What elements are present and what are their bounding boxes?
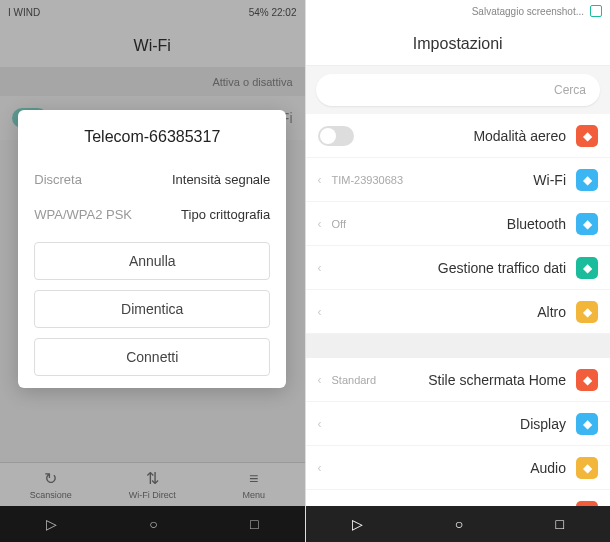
- navbar-right: ▷ ○ □: [306, 506, 611, 542]
- chevron-left-icon: ‹: [318, 261, 322, 275]
- screenshot-icon: [590, 5, 602, 17]
- connect-button[interactable]: Connetti: [34, 338, 270, 376]
- settings-list[interactable]: Modalità aereo◆‹TIM-23930683Wi-Fi◆‹OffBl…: [306, 114, 611, 542]
- item-value: Off: [332, 218, 346, 230]
- settings-item[interactable]: ‹OffBluetooth◆: [306, 202, 611, 246]
- dialog-overlay: Telecom-66385317 Discreta Intensità segn…: [0, 0, 305, 542]
- item-label: Modalità aereo: [354, 128, 567, 144]
- item-icon: ◆: [576, 413, 598, 435]
- nav-home[interactable]: ○: [455, 516, 463, 532]
- right-pane: Salvataggio screenshot... Impostazioni C…: [306, 0, 611, 542]
- dialog-row-encryption: WPA/WPA2 PSK Tipo crittografia: [34, 197, 270, 232]
- search-input[interactable]: Cerca: [316, 74, 601, 106]
- chevron-left-icon: ‹: [318, 373, 322, 387]
- item-icon: ◆: [576, 301, 598, 323]
- screenshot-toast: Salvataggio screenshot...: [306, 0, 611, 22]
- item-value: Standard: [332, 374, 377, 386]
- item-label: Altro: [332, 304, 567, 320]
- item-icon: ◆: [576, 257, 598, 279]
- item-icon: ◆: [576, 213, 598, 235]
- cancel-button[interactable]: Annulla: [34, 242, 270, 280]
- network-dialog: Telecom-66385317 Discreta Intensità segn…: [18, 110, 286, 388]
- settings-item[interactable]: Modalità aereo◆: [306, 114, 611, 158]
- settings-item[interactable]: ‹TIM-23930683Wi-Fi◆: [306, 158, 611, 202]
- item-label: Audio: [332, 460, 567, 476]
- header-right: Impostazioni: [306, 22, 611, 66]
- item-label: Stile schermata Home: [376, 372, 566, 388]
- item-icon: ◆: [576, 457, 598, 479]
- nav-recent[interactable]: ▷: [352, 516, 363, 532]
- airplane-toggle[interactable]: [318, 126, 354, 146]
- settings-item[interactable]: ‹Altro◆: [306, 290, 611, 334]
- chevron-left-icon: ‹: [318, 461, 322, 475]
- settings-item[interactable]: ‹StandardStile schermata Home◆: [306, 358, 611, 402]
- dialog-row-signal: Discreta Intensità segnale: [34, 162, 270, 197]
- settings-item[interactable]: ‹Audio◆: [306, 446, 611, 490]
- item-label: Display: [332, 416, 567, 432]
- item-icon: ◆: [576, 125, 598, 147]
- chevron-left-icon: ‹: [318, 305, 322, 319]
- chevron-left-icon: ‹: [318, 173, 322, 187]
- dialog-title: Telecom-66385317: [34, 128, 270, 146]
- item-label: Gestione traffico dati: [332, 260, 567, 276]
- item-label: Wi-Fi: [403, 172, 566, 188]
- item-value: TIM-23930683: [332, 174, 404, 186]
- forget-button[interactable]: Dimentica: [34, 290, 270, 328]
- item-label: Bluetooth: [346, 216, 566, 232]
- nav-back[interactable]: □: [555, 516, 563, 532]
- item-icon: ◆: [576, 369, 598, 391]
- chevron-left-icon: ‹: [318, 417, 322, 431]
- item-icon: ◆: [576, 169, 598, 191]
- settings-item[interactable]: ‹Gestione traffico dati◆: [306, 246, 611, 290]
- page-title: Impostazioni: [413, 35, 503, 53]
- chevron-left-icon: ‹: [318, 217, 322, 231]
- left-pane: I WIND 54% 22:02 Wi-Fi Attiva o disattiv…: [0, 0, 306, 542]
- settings-item[interactable]: ‹Display◆: [306, 402, 611, 446]
